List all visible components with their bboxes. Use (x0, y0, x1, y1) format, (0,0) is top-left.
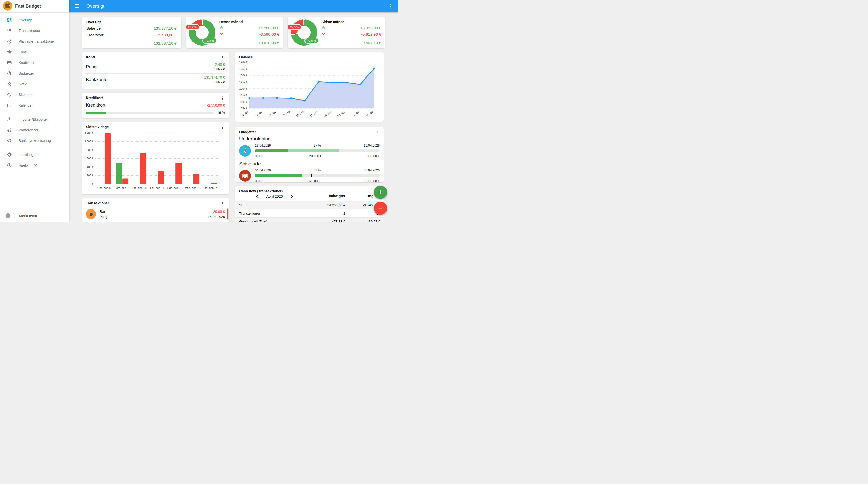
account-currency: EUR - € (214, 67, 225, 71)
external-link-icon (32, 163, 39, 168)
sidebar-item-importer-eksporter[interactable]: Importer/Eksporter (0, 114, 69, 125)
budget-limit: 300,00 € (367, 154, 380, 158)
budget-start-date: 13.04.2026 (255, 144, 271, 147)
transaction-type-indicator (227, 209, 228, 220)
app-title: Fast Budget (15, 4, 41, 9)
previous-month-icon[interactable] (256, 194, 259, 198)
card-menu-icon[interactable] (219, 201, 225, 206)
budget-progress-spent (255, 149, 288, 152)
sidebar-item-indstillinger[interactable]: Indstillinger (0, 149, 69, 160)
balance-chart-card: Balance 105k €110k €115k €120k €125k €13… (235, 52, 384, 122)
budget-progress-projected (288, 149, 339, 152)
sidebar-item-budgetter[interactable]: Budgetter (0, 68, 69, 79)
svg-text:31. mar.: 31. mar. (337, 110, 347, 118)
sidebar-item-bank-synkronisering[interactable]: Bank-synkronisering (0, 135, 69, 146)
balance-line-chart: 105k €110k €115k €120k €125k €130k €135k… (238, 60, 378, 120)
creditcard-row[interactable]: Kreditkort -1.550,00 € (82, 101, 229, 108)
svg-text:1.000 €: 1.000 € (85, 140, 93, 143)
transaction-name: Bar (99, 210, 107, 214)
card-title: Cash flow (Transaktioner) (239, 189, 283, 193)
transaction-row[interactable]: Bar Pung -20,00 € 14.04.2026 (82, 207, 229, 221)
sidebar-divider (0, 112, 69, 113)
row-expenses: -119,67 € (349, 218, 384, 222)
sidebar-item-planlagte-transaktioner[interactable]: Planlagte transaktioner (0, 36, 69, 47)
sidebar-item-label: Præferencer (19, 128, 38, 132)
budget-row[interactable]: Underholdning 13.04 (235, 136, 384, 160)
dinner-plate-icon (239, 170, 251, 182)
account-row[interactable]: Bankkonto 135.374,70 € EUR - € (82, 73, 229, 86)
sidebar-item-konti[interactable]: Konti (0, 47, 69, 57)
sidebar-item-transaktioner[interactable]: Transaktioner (0, 25, 69, 36)
budget-end-date: 30.04.2026 (364, 169, 380, 172)
card-menu-icon[interactable] (219, 55, 225, 60)
svg-text:17. mar.: 17. mar. (309, 110, 319, 118)
transaction-amount: -20,00 € (208, 210, 225, 214)
transactions-card: Transaktioner Bar Pung -20,00 € 14.04.20… (82, 198, 229, 222)
next-month-icon[interactable] (290, 194, 293, 198)
sidebar-nav: Oversigt Transaktioner Planlagte transak… (0, 13, 69, 171)
sidebar-item-kreditkort[interactable]: Kreditkort (0, 57, 69, 68)
last-month-donut-chart: 27,5 % 72,5 % (291, 19, 317, 46)
svg-text:Søn. den 12.: Søn. den 12. (167, 186, 183, 189)
card-menu-icon[interactable] (219, 96, 225, 101)
card-menu-icon[interactable] (219, 125, 225, 130)
card-title: Transaktioner (86, 201, 109, 205)
total-divider (124, 39, 177, 39)
app-logo-icon (3, 1, 13, 12)
balance-value: 135.377,10 € (154, 26, 177, 31)
account-name: Pung (86, 64, 96, 69)
svg-text:1.200 €: 1.200 € (85, 131, 93, 134)
account-name: Bankkonto (86, 77, 107, 83)
main-content: Oversigt Balance: 135.377,10 € Kreditkor… (69, 12, 398, 222)
month-expenses: -5.812,90 € (361, 32, 381, 36)
add-expense-button[interactable]: − (374, 202, 387, 215)
budget-name: Spise ude (239, 161, 380, 167)
budget-progress-spent (255, 174, 303, 177)
add-transaction-button[interactable]: + (374, 186, 387, 199)
row-label: Transaktioner (235, 210, 314, 217)
list-icon (6, 28, 12, 33)
dark-theme-toggle[interactable] (6, 213, 15, 218)
chevron-down-icon (321, 32, 326, 36)
sidebar-item-gaeld[interactable]: Gæld (0, 79, 69, 89)
budget-limit: 1.000,00 € (364, 179, 380, 182)
dark-theme-row: Mørkt tema (6, 213, 37, 218)
row-income: 14.200,00 € (314, 201, 349, 209)
account-value: 2,40 € (214, 62, 225, 66)
svg-text:Tors. den 9.: Tors. den 9. (115, 186, 129, 189)
sidebar-item-skemaer[interactable]: Skemaer (0, 89, 69, 100)
sidebar-item-kalender[interactable]: Kalender (0, 100, 69, 111)
pie-chart-icon (6, 71, 12, 76)
dark-theme-label: Mørkt tema (19, 214, 37, 218)
income-column-header: Indtægter (314, 194, 349, 200)
toggle-knob (6, 213, 10, 218)
balance-label: Balance: (86, 26, 101, 31)
row-label: Gennemsnit (Dag) (235, 218, 314, 222)
card-menu-icon[interactable] (374, 130, 380, 135)
help-icon: ? (6, 163, 12, 168)
card-title: Budgetter (239, 130, 256, 134)
card-title: Oversigt (86, 20, 177, 24)
sidebar-item-oversigt[interactable]: Oversigt (0, 15, 69, 25)
sidebar-item-label: Kreditkort (19, 61, 34, 65)
topbar-overflow-menu-icon[interactable] (386, 2, 395, 10)
sidebar-item-label: Budgetter (19, 71, 34, 75)
svg-text:140k €: 140k € (239, 61, 247, 64)
svg-text:14. apr.: 14. apr. (365, 110, 374, 117)
transaction-account: Pung (99, 215, 107, 219)
chevron-up-icon (219, 26, 224, 30)
menu-hamburger-icon[interactable] (75, 4, 80, 8)
donut-income-badge: 79,8 % (203, 38, 217, 44)
sidebar-item-hjaelp[interactable]: ? Hjælp (0, 160, 69, 171)
budgets-card: Budgetter Underholdning (235, 127, 384, 182)
budget-row[interactable]: Spise ude 01.04.2026 38 % (235, 161, 384, 182)
account-row[interactable]: Pung 2,40 € EUR - € (82, 61, 229, 73)
cashflow-row-sum: Sum 14.200,00 € -3.590,00 € (235, 201, 384, 210)
transaction-row[interactable] (82, 221, 229, 222)
svg-text:200 €: 200 € (87, 174, 93, 177)
sidebar-item-label: Bank-synkronisering (19, 139, 51, 143)
last7days-card: Sidste 7 dage 0 €200 €400 €600 €800 €1.0… (82, 122, 229, 194)
sync-lock-icon (6, 138, 12, 143)
sidebar-item-praeferencer[interactable]: Præferencer (0, 125, 69, 135)
last7days-bar-chart: 0 €200 €400 €600 €800 €1.000 €1.200 €Ons… (83, 130, 222, 192)
